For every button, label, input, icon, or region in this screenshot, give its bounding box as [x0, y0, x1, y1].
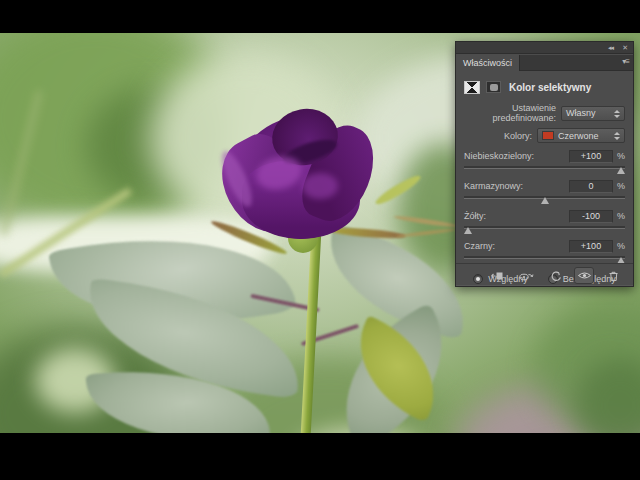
toggle-visibility-icon[interactable] — [574, 267, 594, 284]
panel-titlebar: ◂◂ ✕ — [456, 42, 633, 54]
black-slider-group: Czarny: +100 % — [464, 239, 625, 263]
properties-panel: ◂◂ ✕ Właściwości ▾≡ Kolor selektywny Ust… — [455, 41, 634, 287]
chevron-updown-icon — [614, 132, 621, 140]
slider-track[interactable] — [464, 224, 625, 233]
clip-to-layer-icon[interactable] — [487, 267, 507, 284]
slider-label: Niebieskozielony: — [464, 151, 569, 161]
slider-value-field[interactable]: +100 — [569, 150, 613, 163]
slider-track[interactable] — [464, 254, 625, 263]
collapse-to-icons-icon[interactable]: ◂◂ — [608, 43, 613, 53]
slider-value-field[interactable]: +100 — [569, 240, 613, 253]
slider-unit: % — [613, 241, 625, 251]
panel-footer — [456, 263, 633, 286]
chevron-updown-icon — [614, 110, 621, 118]
slider-label: Karmazynowy: — [464, 181, 569, 191]
colors-value: Czerwone — [558, 131, 599, 141]
slider-unit: % — [613, 211, 625, 221]
slider-track[interactable] — [464, 164, 625, 173]
preset-value: Własny — [566, 108, 596, 118]
panel-content: Kolor selektywny Ustawienie predefiniowa… — [456, 72, 633, 286]
slider-track[interactable] — [464, 194, 625, 203]
adjustment-title: Kolor selektywny — [509, 82, 591, 93]
panel-tabbar: Właściwości ▾≡ — [456, 55, 633, 71]
slider-handle[interactable] — [617, 167, 625, 174]
reset-icon[interactable] — [545, 267, 565, 284]
slider-value-field[interactable]: -100 — [569, 210, 613, 223]
preset-label: Ustawienie predefiniowane: — [464, 103, 561, 123]
panel-menu-icon[interactable]: ▾≡ — [622, 57, 629, 66]
slider-value-field[interactable]: 0 — [569, 180, 613, 193]
color-swatch — [542, 131, 554, 140]
layer-mask-icon[interactable] — [486, 81, 501, 93]
slider-unit: % — [613, 151, 625, 161]
slider-handle[interactable] — [464, 227, 472, 234]
preset-row: Ustawienie predefiniowane: Własny — [464, 103, 625, 123]
close-icon[interactable]: ✕ — [622, 43, 628, 53]
slider-handle[interactable] — [541, 197, 549, 204]
screenshot: ◂◂ ✕ Właściwości ▾≡ Kolor selektywny Ust… — [0, 0, 640, 480]
slider-label: Czarny: — [464, 241, 569, 251]
colors-label: Kolory: — [464, 131, 537, 141]
colors-row: Kolory: Czerwone — [464, 128, 625, 143]
cyan-slider-group: Niebieskozielony: +100 % — [464, 149, 625, 173]
adjustment-header: Kolor selektywny — [464, 78, 625, 96]
slider-label: Żółty: — [464, 211, 569, 221]
slider-unit: % — [613, 181, 625, 191]
colors-dropdown[interactable]: Czerwone — [537, 128, 625, 143]
tab-properties[interactable]: Właściwości — [456, 55, 520, 71]
rose-bloom — [228, 103, 380, 255]
magenta-slider-group: Karmazynowy: 0 % — [464, 179, 625, 203]
selective-color-icon — [464, 81, 480, 94]
rose-petal-highlight — [302, 173, 338, 199]
view-previous-state-icon[interactable] — [516, 267, 536, 284]
yellow-slider-group: Żółty: -100 % — [464, 209, 625, 233]
preset-dropdown[interactable]: Własny — [561, 106, 625, 121]
delete-icon[interactable] — [603, 267, 623, 284]
